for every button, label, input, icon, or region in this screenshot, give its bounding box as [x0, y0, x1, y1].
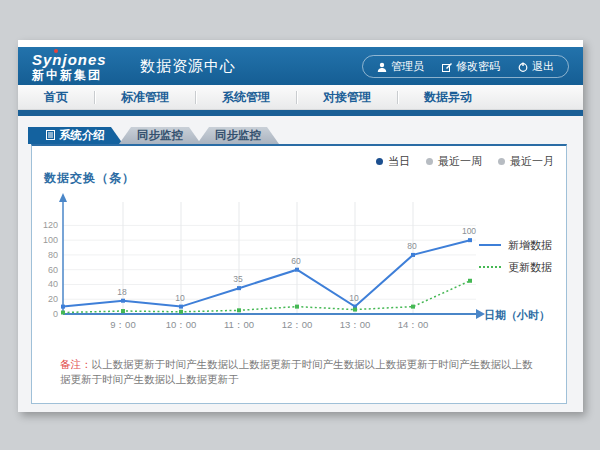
- footnote-text: 以上数据更新于时间产生数据以上数据更新于时间产生数据以上数据更新于时间产生数据以…: [60, 358, 533, 385]
- user-icon: [377, 62, 387, 72]
- svg-text:0: 0: [53, 309, 58, 319]
- legend-label: 新增数据: [508, 238, 552, 253]
- legend-item-updated-data: 更新数据: [479, 256, 552, 278]
- app-header: Synjones 新中新集团 数据资源中心 管理员 修改密码: [18, 47, 583, 85]
- chart-legend: 新增数据 更新数据: [479, 234, 552, 278]
- radio-dot-icon: [426, 158, 433, 165]
- dotted-line-icon: [479, 266, 501, 268]
- tab-sync-monitor-2[interactable]: 同步监控: [197, 127, 279, 144]
- svg-text:10：00: 10：00: [166, 319, 197, 330]
- tab-bar: 系统介绍 同步监控 同步监控: [28, 127, 583, 144]
- svg-text:9：00: 9：00: [110, 319, 135, 330]
- svg-text:10: 10: [175, 293, 185, 303]
- svg-text:100: 100: [43, 235, 58, 245]
- svg-text:60: 60: [48, 265, 58, 275]
- nav-item-home[interactable]: 首页: [18, 89, 94, 106]
- svg-text:10: 10: [349, 293, 359, 303]
- svg-text:60: 60: [291, 256, 301, 266]
- page-top-strip: [18, 40, 583, 47]
- user-menu: 管理员 修改密码 退出: [362, 55, 569, 78]
- tab-sync-monitor-1[interactable]: 同步监控: [119, 127, 201, 144]
- tab-label: 同步监控: [215, 128, 261, 143]
- svg-text:12：00: 12：00: [282, 319, 313, 330]
- tab-system-intro[interactable]: 系统介绍: [28, 127, 123, 144]
- footnote-prefix: 备注：: [60, 358, 92, 370]
- nav-item-interface-mgmt[interactable]: 对接管理: [297, 89, 397, 106]
- page-title: 数据资源中心: [140, 57, 236, 76]
- svg-text:20: 20: [48, 294, 58, 304]
- nav-item-data-change[interactable]: 数据异动: [398, 89, 498, 106]
- tab-label: 系统介绍: [59, 128, 105, 143]
- svg-text:100: 100: [462, 226, 476, 236]
- user-account-button[interactable]: 管理员: [377, 59, 424, 74]
- chart-panel: 当日 最近一周 最近一月 数据交换（条） 0204060801001209：00…: [31, 144, 567, 404]
- filter-last-month[interactable]: 最近一月: [498, 154, 554, 169]
- nav-item-system-mgmt[interactable]: 系统管理: [196, 89, 296, 106]
- y-axis-title: 数据交换（条）: [44, 170, 135, 187]
- main-nav: 首页 标准管理 系统管理 对接管理 数据异动: [18, 85, 583, 110]
- footnote: 备注：以上数据更新于时间产生数据以上数据更新于时间产生数据以上数据更新于时间产生…: [60, 357, 540, 386]
- app-window: Synjones 新中新集团 数据资源中心 管理员 修改密码: [18, 40, 583, 412]
- logo-accent-dot: [54, 49, 58, 53]
- solid-line-icon: [479, 244, 501, 246]
- radio-dot-icon: [376, 158, 383, 165]
- company-logo: Synjones 新中新集团: [32, 52, 132, 81]
- logo-wordmark: Synjones: [32, 52, 132, 67]
- radio-dot-icon: [498, 158, 505, 165]
- change-password-label: 修改密码: [456, 59, 500, 74]
- legend-label: 更新数据: [508, 260, 552, 275]
- legend-item-new-data: 新增数据: [479, 234, 552, 256]
- tab-label: 同步监控: [137, 128, 183, 143]
- filter-label: 当日: [388, 154, 410, 169]
- user-account-label: 管理员: [391, 59, 424, 74]
- svg-text:18: 18: [117, 287, 127, 297]
- filter-label: 最近一周: [438, 154, 482, 169]
- edit-icon: [442, 62, 452, 72]
- filter-last-week[interactable]: 最近一周: [426, 154, 482, 169]
- svg-text:11：00: 11：00: [224, 319, 254, 330]
- document-icon: [46, 130, 55, 142]
- filter-today[interactable]: 当日: [376, 154, 410, 169]
- svg-text:13：00: 13：00: [340, 319, 371, 330]
- svg-text:80: 80: [48, 250, 58, 260]
- time-range-filters: 当日 最近一周 最近一月: [376, 154, 554, 169]
- nav-item-standard-mgmt[interactable]: 标准管理: [95, 89, 195, 106]
- svg-text:35: 35: [233, 274, 243, 284]
- svg-text:80: 80: [407, 241, 417, 251]
- content-area: 系统介绍 同步监控 同步监控 当日 最近一周: [18, 116, 583, 412]
- logout-label: 退出: [532, 59, 554, 74]
- svg-text:40: 40: [48, 279, 58, 289]
- svg-text:14：00: 14：00: [398, 319, 429, 330]
- power-icon: [518, 62, 528, 72]
- svg-text:120: 120: [43, 220, 58, 230]
- change-password-button[interactable]: 修改密码: [442, 59, 500, 74]
- logout-button[interactable]: 退出: [518, 59, 554, 74]
- svg-text:日期（小时）: 日期（小时）: [484, 309, 550, 322]
- filter-label: 最近一月: [510, 154, 554, 169]
- logo-company-name: 新中新集团: [32, 69, 132, 81]
